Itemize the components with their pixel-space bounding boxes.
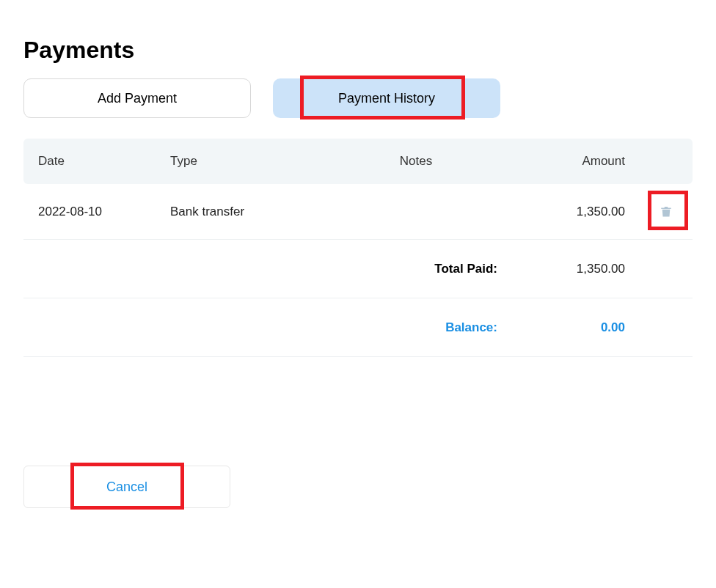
delete-button[interactable]	[656, 201, 676, 221]
trash-icon	[660, 204, 673, 218]
balance-value: 0.00	[515, 320, 640, 335]
footer: Cancel	[23, 466, 693, 508]
tabs: Add Payment Payment History	[23, 78, 693, 118]
payments-table: Date Type Notes Amount 2022-08-10 Bank t…	[23, 139, 693, 357]
total-paid-row: Total Paid: 1,350.00	[23, 240, 693, 298]
cell-date: 2022-08-10	[23, 205, 156, 219]
tab-add-payment[interactable]: Add Payment	[23, 78, 251, 118]
total-paid-value: 1,350.00	[515, 262, 640, 276]
tab-payment-history-label: Payment History	[338, 91, 435, 106]
cell-action	[640, 201, 693, 222]
cell-type: Bank transfer	[156, 205, 317, 219]
table-header: Date Type Notes Amount	[23, 139, 693, 184]
header-date: Date	[23, 154, 156, 169]
cancel-button[interactable]: Cancel	[23, 466, 230, 508]
tab-payment-history[interactable]: Payment History	[273, 78, 500, 118]
page-title: Payments	[23, 37, 693, 64]
cell-amount: 1,350.00	[515, 205, 640, 219]
table-row: 2022-08-10 Bank transfer 1,350.00	[23, 184, 693, 240]
tab-add-payment-label: Add Payment	[98, 91, 177, 106]
header-notes: Notes	[317, 154, 515, 169]
total-paid-label: Total Paid:	[23, 262, 515, 276]
header-type: Type	[156, 154, 317, 169]
header-amount: Amount	[515, 154, 640, 169]
balance-row: Balance: 0.00	[23, 298, 693, 357]
balance-label: Balance:	[23, 320, 515, 335]
